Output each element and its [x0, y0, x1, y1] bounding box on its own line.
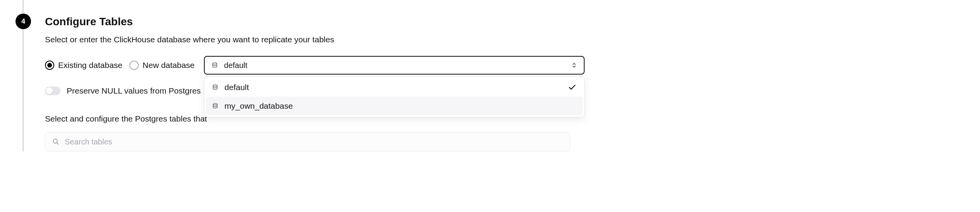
search-tables-box[interactable] — [45, 132, 570, 151]
step-title: Configure Tables — [45, 4, 980, 35]
step-number-badge: 4 — [16, 14, 31, 29]
preserve-null-label: Preserve NULL values from Postgres — [67, 86, 201, 96]
database-select-value: default — [224, 61, 247, 70]
database-icon — [212, 103, 218, 109]
radio-label: New database — [143, 61, 195, 70]
search-tables-input[interactable] — [65, 137, 563, 146]
dropdown-option-my-own-database[interactable]: my_own_database — [206, 97, 583, 115]
step-description: Select or enter the ClickHouse database … — [45, 35, 980, 56]
svg-point-0 — [213, 63, 217, 64]
svg-point-2 — [213, 103, 217, 105]
radio-label: Existing database — [58, 61, 122, 70]
database-dropdown: default — [204, 76, 585, 117]
radio-existing-database[interactable]: Existing database — [45, 61, 122, 70]
dropdown-option-default[interactable]: default — [206, 78, 583, 97]
check-icon — [568, 83, 576, 92]
database-icon — [212, 62, 218, 68]
radio-new-database[interactable]: New database — [129, 61, 195, 70]
chevron-up-down-icon — [571, 62, 577, 69]
search-icon — [52, 138, 59, 145]
database-select-trigger[interactable]: default — [204, 56, 585, 75]
preserve-null-toggle[interactable] — [45, 87, 60, 95]
radio-circle-icon — [45, 61, 54, 70]
database-mode-row: Existing database New database — [45, 56, 980, 75]
svg-point-1 — [213, 85, 217, 86]
database-icon — [212, 84, 218, 90]
svg-line-4 — [57, 142, 59, 144]
radio-circle-icon — [129, 61, 139, 70]
dropdown-option-label: my_own_database — [224, 101, 293, 111]
toggle-knob — [46, 87, 53, 94]
dropdown-option-label: default — [224, 83, 249, 92]
step-number: 4 — [21, 17, 25, 26]
db-mode-radio-group: Existing database New database — [45, 61, 195, 70]
database-select: default — [204, 56, 585, 75]
